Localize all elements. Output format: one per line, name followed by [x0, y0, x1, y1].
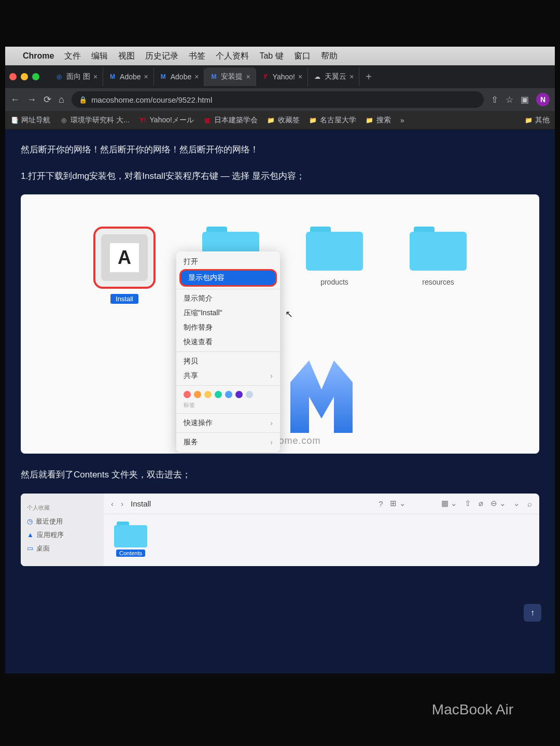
browser-tab[interactable]: ◎面向 图×	[50, 67, 103, 86]
back-button[interactable]: ←	[10, 94, 20, 105]
tab-title: 安装提	[221, 72, 243, 81]
ctx-open[interactable]: 打开	[176, 255, 280, 269]
tab-close-icon[interactable]: ×	[93, 73, 97, 81]
tag-color-dot[interactable]	[225, 391, 232, 398]
folder-item: products	[306, 227, 363, 286]
adobe-a-icon: A	[110, 243, 139, 272]
folder-icon: 📁	[309, 116, 317, 124]
finder-action-icon[interactable]: ⊖ ⌄	[491, 499, 506, 508]
screenshot-figure-2: 个人收藏 ◷最近使用 ▲应用程序 ▭桌面 ‹ › Install ? ⊞ ⌄ ▦…	[21, 494, 539, 566]
finder-back-button[interactable]: ‹	[111, 499, 114, 508]
context-menu: 打开 显示包内容 显示简介 压缩"Install" 制作替身 快速查看 拷贝 共…	[176, 251, 280, 453]
profile-avatar[interactable]: N	[536, 93, 550, 106]
ctx-services[interactable]: 服务›	[176, 435, 280, 449]
folder-label: products	[320, 278, 348, 286]
contents-folder-label: Contents	[116, 550, 145, 557]
forward-button[interactable]: →	[27, 94, 36, 105]
menu-view[interactable]: 视图	[118, 51, 135, 62]
browser-tab[interactable]: MAdobe×	[103, 67, 154, 86]
close-window-button[interactable]	[9, 73, 17, 80]
favicon-icon: Y	[261, 73, 270, 81]
browser-tab[interactable]: ☁天翼云×	[308, 67, 359, 86]
finder-title: Install	[131, 499, 151, 508]
bookmark-item[interactable]: 📑网址导航	[10, 116, 50, 125]
minimize-window-button[interactable]	[21, 73, 28, 80]
finder-help-icon[interactable]: ?	[379, 499, 383, 508]
fullscreen-window-button[interactable]	[32, 73, 39, 80]
browser-tab[interactable]: MAdobe×	[154, 67, 205, 86]
bookmark-item[interactable]: ▦日本建築学会	[203, 116, 258, 125]
menu-help[interactable]: 帮助	[321, 51, 338, 62]
menu-edit[interactable]: 编辑	[91, 51, 108, 62]
sidebar-section-header: 个人收藏	[27, 504, 97, 512]
tag-color-dot[interactable]	[194, 391, 201, 398]
page-content: 然后断开你的网络！然后断开你的网络！然后断开你的网络！ 1.打开下载到dmg安装…	[5, 130, 555, 673]
bookmark-folder[interactable]: 📁搜索	[366, 116, 391, 125]
bookmark-icon: ▦	[203, 116, 212, 124]
app-name[interactable]: Chrome	[23, 51, 54, 61]
tab-close-icon[interactable]: ×	[349, 73, 354, 81]
ctx-get-info[interactable]: 显示简介	[176, 291, 280, 306]
bookmark-item[interactable]: ◎環境学研究科 大...	[60, 116, 130, 125]
sidebar-recents[interactable]: ◷最近使用	[27, 515, 97, 528]
folder-label: resources	[422, 278, 454, 286]
bookmark-star-icon[interactable]: ☆	[506, 94, 513, 105]
browser-tab-active[interactable]: M安装提×	[204, 67, 256, 86]
finder-group-icon[interactable]: ▦ ⌄	[441, 499, 457, 508]
desktop-icon: ▭	[27, 544, 33, 552]
scroll-to-top-button[interactable]: ↑	[524, 604, 541, 622]
bookmark-label: 收藏签	[278, 116, 300, 125]
share-button[interactable]: ⇧	[491, 94, 498, 105]
tab-close-icon[interactable]: ×	[144, 73, 148, 81]
favicon-icon: ◎	[55, 73, 63, 81]
finder-share-icon[interactable]: ⇧	[465, 499, 471, 508]
finder-view-icon[interactable]: ⊞ ⌄	[390, 499, 405, 508]
menu-bookmarks[interactable]: 书签	[189, 51, 205, 62]
cursor-icon: ↖	[285, 308, 293, 320]
ctx-compress[interactable]: 压缩"Install"	[176, 306, 280, 320]
tab-close-icon[interactable]: ×	[298, 73, 302, 81]
menu-history[interactable]: 历史记录	[145, 51, 178, 62]
browser-tab[interactable]: YYahoo!×	[256, 67, 309, 86]
finder-chevron-icon[interactable]: ⌄	[513, 499, 520, 508]
extensions-icon[interactable]: ▣	[521, 94, 529, 105]
menu-window[interactable]: 窗口	[294, 51, 311, 62]
bookmark-folder[interactable]: 📁名古屋大学	[309, 116, 356, 125]
finder-forward-button[interactable]: ›	[121, 499, 123, 508]
tab-title: Adobe	[171, 73, 191, 81]
bookmark-item[interactable]: Y!Yahoo!メール	[139, 116, 194, 125]
finder-tag-icon[interactable]: ⌀	[479, 499, 483, 508]
address-bar[interactable]: 🔒 macoshome.com/course/9522.html	[72, 91, 484, 108]
home-button[interactable]: ⌂	[59, 94, 64, 105]
bookmark-overflow-icon[interactable]: »	[400, 116, 404, 124]
ctx-make-alias[interactable]: 制作替身	[176, 320, 280, 335]
menu-profiles[interactable]: 个人资料	[216, 51, 249, 62]
submenu-arrow-icon: ›	[270, 419, 273, 427]
new-tab-button[interactable]: +	[359, 71, 378, 83]
reload-button[interactable]: ⟳	[44, 94, 51, 105]
contents-folder-icon[interactable]	[114, 522, 147, 547]
tag-color-dot[interactable]	[184, 391, 191, 398]
sidebar-desktop[interactable]: ▭桌面	[27, 542, 97, 555]
ctx-quicklook[interactable]: 快速查看	[176, 335, 280, 349]
ctx-quick-actions[interactable]: 快速操作›	[176, 416, 280, 430]
tag-color-dot[interactable]	[235, 391, 243, 398]
folder-icon	[410, 227, 467, 271]
tab-close-icon[interactable]: ×	[194, 73, 199, 81]
ctx-share[interactable]: 共享›	[176, 369, 280, 383]
menu-file[interactable]: 文件	[64, 51, 81, 62]
sidebar-applications[interactable]: ▲应用程序	[27, 528, 97, 542]
ctx-show-package-contents[interactable]: 显示包内容	[179, 269, 277, 287]
tag-color-dot[interactable]	[215, 391, 222, 398]
tab-title: 天翼云	[325, 72, 346, 81]
other-bookmarks[interactable]: 📁其他	[524, 116, 550, 125]
bookmark-folder[interactable]: 📁收藏签	[267, 116, 300, 125]
tag-color-dot[interactable]	[204, 391, 212, 398]
tab-close-icon[interactable]: ×	[246, 73, 250, 81]
bookmark-label: 搜索	[376, 116, 391, 125]
ctx-copy[interactable]: 拷贝	[176, 354, 280, 369]
menu-tab[interactable]: Tab 键	[259, 51, 283, 62]
folder-icon: 📁	[524, 116, 533, 124]
finder-search-icon[interactable]: ⌕	[527, 499, 532, 508]
tag-color-dot[interactable]	[246, 391, 253, 398]
